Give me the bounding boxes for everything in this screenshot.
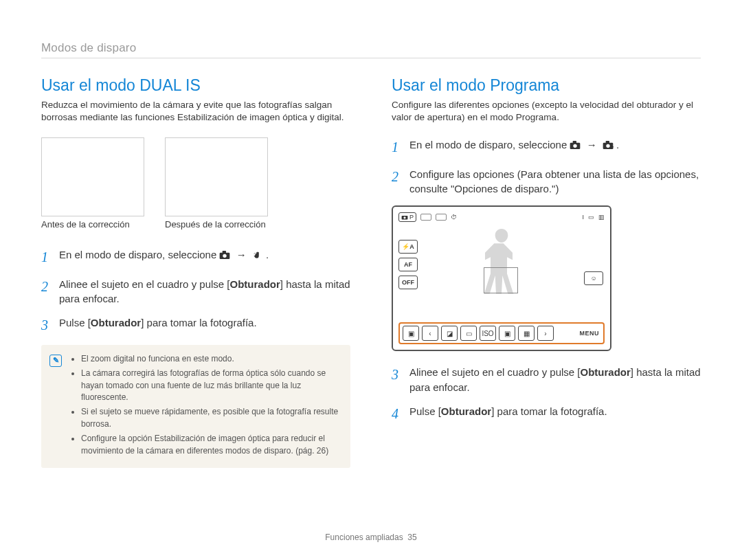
wb-button[interactable]: ▭ [460,326,477,341]
drive-mode-button[interactable]: ▣ [403,326,419,341]
camera-icon [219,249,230,263]
arrow-icon: → [587,139,597,150]
step-3r-text-a: Alinee el sujeto en el cuadro y pulse [ [409,366,581,378]
image-after-correction [165,137,268,216]
page-footer: Funciones ampliadas 35 [0,533,742,542]
caption-before: Antes de la corrección [41,219,144,229]
note-icon: ✎ [49,355,62,367]
step-number: 2 [392,167,403,197]
camera-icon [570,139,581,153]
ev-button[interactable]: ◪ [441,326,458,341]
step-1r-text-a: En el modo de disparo, seleccione [409,139,570,150]
prev-button[interactable]: ‹ [422,326,438,341]
svg-text:P: P [611,146,614,150]
arrow-icon: → [236,249,247,260]
step-2: 2 Alinee el sujeto en el cuadro y pulse … [41,277,350,306]
step-2-text-a: Alinee el sujeto en el cuadro y pulse [ [59,278,230,290]
step-3r-shutter: Obturador [581,366,631,378]
note-item: El zoom digital no funciona en este modo… [81,353,341,365]
section-dual-is: Usar el modo DUAL IS Reduzca el movimien… [41,76,350,468]
camera-p-icon: P [603,139,614,153]
step-3-text-a: Pulse [ [59,317,91,328]
note-box: ✎ El zoom digital no funciona en este mo… [41,345,350,468]
step-4r-text-c: ] para tomar la fotografía. [491,405,607,417]
step-2-r: 2 Configure las opciones (Para obtener u… [392,167,701,197]
intro-programa: Configure las diferentes opciones (excep… [392,99,701,124]
step-4r-text-a: Pulse [ [409,405,441,417]
step-4r-shutter: Obturador [441,405,491,417]
step-number: 3 [41,315,52,335]
photo-style-button[interactable]: ▦ [518,326,535,341]
step-number: 2 [41,277,52,306]
step-1-r: 1 En el modo de disparo, seleccione → P … [392,137,701,157]
step-number: 1 [392,137,403,157]
step-number: 4 [392,404,403,423]
svg-point-5 [574,144,577,148]
menu-button[interactable]: MENU [578,330,601,337]
svg-rect-4 [573,141,576,143]
dual-is-hand-icon [252,249,263,263]
svg-point-8 [606,144,609,148]
next-button[interactable]: › [537,326,554,341]
section-programa: Usar el modo Programa Configure las dife… [392,76,701,468]
step-1-text-end: . [266,249,269,260]
caption-after: Después de la corrección [165,219,268,229]
svg-rect-7 [605,141,609,143]
step-3-r: 3 Alinee el sujeto en el cuadro y pulse … [392,365,701,394]
svg-rect-1 [223,251,226,253]
step-number: 3 [392,365,403,394]
step-1r-text-end: . [616,139,619,150]
step-4-r: 4 Pulse [Obturador] para tomar la fotogr… [392,404,701,423]
svg-point-2 [223,254,227,258]
footer-page-number: 35 [407,533,416,542]
metering-button[interactable]: ▣ [499,326,515,341]
note-item: La cámara corregirá las fotografías de f… [81,368,341,403]
subject-silhouette-icon [471,223,532,309]
breadcrumb: Modos de disparo [41,41,701,58]
note-item: Configure la opción Estabilización de im… [81,433,341,457]
step-1-text-a: En el modo de disparo, seleccione [59,249,219,260]
focus-frame [484,267,518,293]
step-3: 3 Pulse [Obturador] para tomar la fotogr… [41,315,350,335]
note-item: Si el sujeto se mueve rápidamente, es po… [81,406,341,430]
section-title-programa: Usar el modo Programa [392,76,701,95]
camera-lcd-preview: P ⏱ I ▭ ▥ ⚡A A [392,205,611,351]
step-3-text-c: ] para tomar la fotografía. [141,317,256,328]
intro-dual-is: Reduzca el movimiento de la cámara y evi… [41,99,350,124]
lcd-toolbar: ▣ ‹ ◪ ▭ ISO ▣ ▦ › MENU [398,322,605,344]
step-2r-text: Configure las opciones (Para obtener una… [409,167,701,197]
step-1: 1 En el modo de disparo, seleccione → . [41,247,350,267]
step-2-shutter: Obturador [230,278,280,290]
iso-button[interactable]: ISO [480,326,496,341]
footer-section: Funciones ampliadas [325,533,403,542]
image-before-correction [41,137,144,216]
section-title-dual-is: Usar el modo DUAL IS [41,76,350,95]
step-3-shutter: Obturador [91,317,141,328]
step-number: 1 [41,247,52,267]
